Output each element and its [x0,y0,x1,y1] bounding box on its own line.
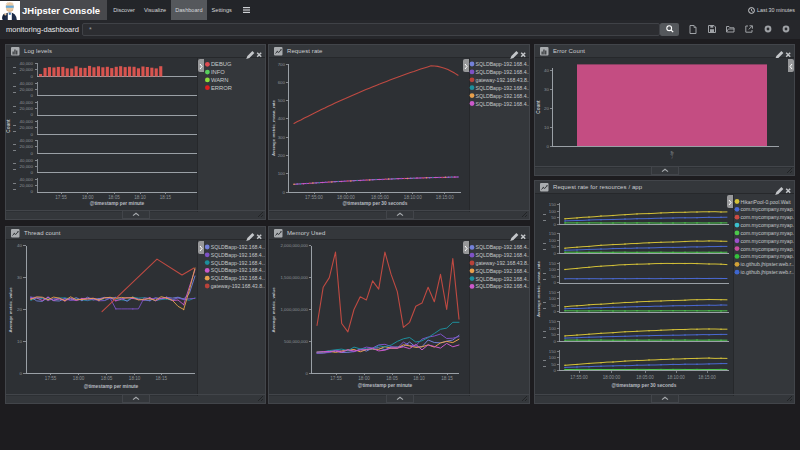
svg-text:17:55:00: 17:55:00 [305,195,323,200]
svg-text:20,000: 20,000 [20,125,34,130]
svg-text:SQLDBapp-192.168.4...: SQLDBapp-192.168.4... [211,252,265,258]
svg-text:SQLDBapp-192.168.4...: SQLDBapp-192.168.4... [211,244,265,250]
svg-text:150: 150 [549,231,557,236]
svg-text:18:15: 18:15 [160,195,172,200]
svg-text:gateway-192.168.43.8...: gateway-192.168.43.8... [476,260,530,266]
svg-text:17:55:00: 17:55:00 [570,375,588,380]
svg-text:40: 40 [544,68,549,73]
svg-text:gateway-192.168.43.8...: gateway-192.168.43.8... [476,77,530,83]
svg-text:10: 10 [17,339,22,344]
svg-text:18:10:00: 18:10:00 [667,375,685,380]
svg-text:HikariPool-0.pool.Wait: HikariPool-0.pool.Wait [741,199,792,205]
svg-text:40,000: 40,000 [20,81,34,86]
svg-text:1,500,000,000: 1,500,000,000 [281,275,309,280]
svg-text:20: 20 [17,307,22,312]
svg-text:50: 50 [551,215,556,220]
svg-text:700: 700 [278,62,286,67]
svg-text:@timestamp per minute: @timestamp per minute [84,384,139,389]
svg-text:SQLDBapp-192.168.4...: SQLDBapp-192.168.4... [476,69,530,75]
svg-text:150: 150 [549,349,557,354]
svg-text:20: 20 [544,106,549,111]
svg-text:18:00: 18:00 [358,376,370,381]
svg-text:40,000: 40,000 [20,119,34,124]
svg-text:18:05:00: 18:05:00 [371,195,389,200]
svg-text:150: 150 [549,202,557,207]
svg-text:50: 50 [551,244,556,249]
svg-text:DEBUG: DEBUG [211,61,232,67]
svg-text:300: 300 [278,135,286,140]
svg-text:18:00:00: 18:00:00 [337,195,355,200]
svg-text:40: 40 [17,243,22,248]
svg-text:18:15:00: 18:15:00 [436,195,454,200]
svg-text:17:55: 17:55 [55,195,67,200]
svg-text:@timestamp per minute: @timestamp per minute [358,383,413,388]
svg-text:Average metric_value: Average metric_value [8,287,13,333]
svg-text:SQLDBapp-192.168.4...: SQLDBapp-192.168.4... [476,283,530,289]
svg-text:40,000: 40,000 [20,61,34,66]
svg-text:40,000: 40,000 [20,158,34,163]
svg-text:18:05: 18:05 [101,376,113,381]
svg-text:50: 50 [551,274,556,279]
svg-text:18:10: 18:10 [134,195,146,200]
svg-text:20,000: 20,000 [20,164,34,169]
svg-text:20,000: 20,000 [20,144,34,149]
svg-text:18:10:00: 18:10:00 [404,195,422,200]
svg-text:18:05:00: 18:05:00 [636,375,654,380]
svg-text:com.mycompany.myap...: com.mycompany.myap... [741,222,795,228]
svg-text:@timestamp per 30 seconds: @timestamp per 30 seconds [612,383,677,388]
svg-text:18:15: 18:15 [441,376,453,381]
svg-text:40,000: 40,000 [20,138,34,143]
svg-text:@timestamp per minute: @timestamp per minute [90,201,145,206]
svg-text:SQLDBapp-192.168.4...: SQLDBapp-192.168.4... [211,260,265,266]
svg-text:50: 50 [551,362,556,367]
svg-text:com.mycompany.myap...: com.mycompany.myap... [741,238,795,244]
svg-text:Average metric_value: Average metric_value [271,287,276,333]
svg-text:150: 150 [549,319,557,324]
svg-text:100: 100 [549,326,557,331]
svg-text:100: 100 [549,209,557,214]
svg-text:500,000,000: 500,000,000 [284,339,309,344]
svg-text:SQLDBapp-192.168.4...: SQLDBapp-192.168.4... [211,275,265,281]
svg-text:ERROR: ERROR [211,85,232,91]
svg-text:Count: Count [6,119,11,133]
svg-text:SQLDBapp-192.168.4...: SQLDBapp-192.168.4... [211,267,265,273]
svg-text:18:10: 18:10 [413,376,425,381]
svg-text:INFO: INFO [211,69,225,75]
svg-text:com.mycompany.myap...: com.mycompany.myap... [741,206,795,212]
svg-text:SQLDBapp-192.168.4...: SQLDBapp-192.168.4... [476,93,530,99]
svg-text:18:05: 18:05 [108,195,120,200]
svg-text:18:00: 18:00 [82,195,94,200]
svg-text:18:00:00: 18:00:00 [603,375,621,380]
svg-text:400: 400 [278,116,286,121]
svg-text:18:15: 18:15 [156,376,168,381]
svg-text:WARN: WARN [211,77,229,83]
svg-text:SQLDBapp-192.168.4...: SQLDBapp-192.168.4... [476,61,530,67]
svg-text:Count: Count [536,100,541,114]
svg-text:Average metric_mean_rate: Average metric_mean_rate [536,260,541,317]
svg-text:io.github.jhipster.web.r...: io.github.jhipster.web.r... [741,261,795,267]
svg-text:20,000: 20,000 [20,106,34,111]
svg-text:SQLDBapp-192.168.4...: SQLDBapp-192.168.4... [476,101,530,107]
svg-text:30: 30 [17,275,22,280]
svg-text:17:55: 17:55 [330,376,342,381]
svg-text:500: 500 [278,98,286,103]
svg-text:@timestamp per 30 seconds: @timestamp per 30 seconds [343,201,408,206]
svg-text:150: 150 [549,290,557,295]
svg-text:600: 600 [278,80,286,85]
svg-text:com.mycompany.myap...: com.mycompany.myap... [741,253,795,259]
svg-text:18:10: 18:10 [129,376,141,381]
svg-text:com.mycompany.myap...: com.mycompany.myap... [741,214,795,220]
svg-text:18:00: 18:00 [73,376,85,381]
svg-text:2,000,000,000: 2,000,000,000 [281,243,309,248]
svg-text:17:55: 17:55 [45,376,57,381]
svg-text:com.mycompany.myap...: com.mycompany.myap... [741,246,795,252]
svg-text:18:15:00: 18:15:00 [698,375,716,380]
svg-text:com.mycompany.myap...: com.mycompany.myap... [741,230,795,236]
svg-text:10: 10 [544,125,549,130]
svg-text:io.github.jhipster.web.r...: io.github.jhipster.web.r... [741,269,795,275]
svg-text:SQLDBapp-192.168.4...: SQLDBapp-192.168.4... [476,268,530,274]
svg-text:50: 50 [551,332,556,337]
svg-text:40,000: 40,000 [20,177,34,182]
svg-text:SQLDBapp-192.168.4...: SQLDBapp-192.168.4... [476,276,530,282]
svg-text:30: 30 [544,87,549,92]
